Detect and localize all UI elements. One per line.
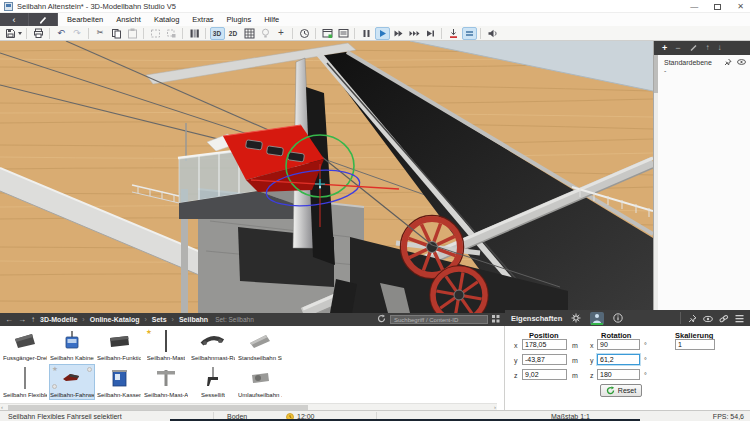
catalog-item-standseilbahn[interactable]: Standseilbahn St... — [237, 327, 283, 363]
catalog-hscrollbar[interactable]: ‹ › — [0, 403, 497, 410]
edit-mode-button[interactable] — [29, 13, 58, 26]
breadcrumb-seilbahn[interactable]: Seilbahn — [179, 316, 208, 323]
layer-move-up-button[interactable]: ↑ — [706, 44, 710, 52]
catalog-nav-bar: ← → ↑ 3D-Modelle › Online-Katalog › Sets… — [0, 313, 505, 326]
catalog-up-button[interactable]: ↑ — [31, 316, 35, 324]
select-area-button[interactable] — [148, 27, 163, 40]
fast-forward-button[interactable] — [391, 27, 406, 40]
thumb-standseilbahn-icon — [245, 330, 275, 352]
thumb-drehkreuz-icon — [10, 330, 40, 352]
grid-button[interactable] — [242, 27, 257, 40]
breadcrumb-3d-modelle[interactable]: 3D-Modelle — [40, 316, 77, 323]
breadcrumb-online-katalog[interactable]: Online-Katalog — [90, 316, 140, 323]
copy-button[interactable] — [109, 27, 124, 40]
layer-remove-button[interactable]: − — [675, 44, 680, 53]
pause-button[interactable] — [359, 27, 374, 40]
menu-katalog[interactable]: Katalog — [154, 15, 179, 24]
catalog-item-seilbahnmast-rollen[interactable]: Seilbahnmast-Rol... — [190, 327, 236, 363]
menu-extras[interactable]: Extras — [192, 15, 213, 24]
align-camera-button[interactable] — [462, 27, 477, 40]
rotation-z-axis: z — [590, 372, 594, 379]
link-icon[interactable] — [719, 309, 729, 327]
undo-button[interactable]: ↶ — [54, 27, 69, 40]
reset-button[interactable]: Reset — [600, 384, 642, 397]
scale-input[interactable] — [675, 339, 715, 350]
layer-item-standardebene[interactable]: Standardebene — [654, 55, 750, 67]
position-y-input[interactable] — [522, 354, 567, 365]
layer-visibility-icon[interactable] — [737, 58, 746, 67]
layers-button[interactable] — [187, 27, 202, 40]
catalog-item-seilbahn-mast-ausleger[interactable]: Seilbahn-Mast-A... — [143, 364, 189, 400]
refresh-icon[interactable] — [377, 314, 386, 325]
maximize-button[interactable] — [714, 4, 721, 10]
search-input[interactable] — [390, 315, 488, 324]
play-button[interactable] — [375, 27, 390, 40]
layer-pin-icon[interactable] — [724, 58, 732, 67]
catalog-item-seilbahn-flexibles-fahrseil[interactable]: Seilbahn Flexible... — [2, 364, 48, 400]
catalog-item-seilbahn-mast[interactable]: ★ Seilbahn-Mast — [143, 327, 189, 363]
panel-menu-icon[interactable] — [735, 309, 744, 327]
scene-3d — [0, 41, 653, 313]
breadcrumb-sets[interactable]: Sets — [152, 316, 167, 323]
catalog-item-seilbahn-funktionsweiche[interactable]: Seilbahn-Funktio... — [96, 327, 142, 363]
position-x-input[interactable] — [522, 339, 567, 350]
printer-icon — [33, 28, 44, 39]
save-button[interactable] — [4, 27, 23, 40]
breadcrumb-separator: › — [144, 316, 146, 323]
pin-panel-icon[interactable] — [688, 309, 697, 327]
view-3d-button[interactable]: 3D — [210, 27, 225, 40]
update-badge-icon — [87, 367, 92, 372]
view-2d-button[interactable]: 2D — [226, 27, 241, 40]
sound-button[interactable] — [485, 27, 500, 40]
paste-button[interactable] — [125, 27, 140, 40]
position-z-input[interactable] — [522, 369, 567, 380]
object-tab[interactable] — [590, 312, 604, 325]
catalog-item-sessellift[interactable]: Sessellift — [190, 364, 236, 400]
pause-icon — [361, 28, 372, 39]
redo-button[interactable]: ↷ — [70, 27, 85, 40]
rotation-y-input[interactable] — [597, 354, 640, 365]
catalog-item-seilbahn-kassenhaus[interactable]: Seilbahn-Kassenh... — [96, 364, 142, 400]
menu-ansicht[interactable]: Ansicht — [116, 15, 141, 24]
close-button[interactable]: ✕ — [737, 2, 744, 11]
status-selection: Seilbahn Flexibles Fahrseil selektiert — [8, 412, 122, 421]
layers-scrollbar[interactable] — [654, 55, 658, 313]
layer-rename-button[interactable] — [689, 43, 698, 54]
tiles-view-icon[interactable] — [492, 315, 500, 325]
set-label: Set: Seilbahn — [215, 316, 254, 323]
timer-button[interactable] — [297, 27, 312, 40]
viewport-3d[interactable] — [0, 41, 653, 313]
rotation-x-input[interactable] — [597, 339, 640, 350]
menu-bearbeiten[interactable]: Bearbeiten — [67, 15, 103, 24]
catalog-item-umlaufseilbahn[interactable]: Umlaufseilbahn ... — [237, 364, 283, 400]
drop-to-ground-button[interactable] — [446, 27, 461, 40]
fastest-forward-button[interactable] — [407, 27, 422, 40]
event-window-button[interactable] — [320, 27, 335, 40]
catalog-item-seilbahn-fahrwerk[interactable]: ★ Seilbahn-Fahrwe... — [49, 364, 95, 400]
print-button[interactable] — [31, 27, 46, 40]
info-tab[interactable] — [611, 312, 625, 325]
menu-hilfe[interactable]: Hilfe — [264, 15, 279, 24]
rotation-z-input[interactable] — [597, 369, 640, 380]
catalog-forward-button[interactable]: → — [18, 316, 26, 324]
back-button[interactable]: ‹ — [0, 13, 29, 26]
app-icon — [4, 2, 13, 11]
layer-move-down-button[interactable]: ↓ — [718, 44, 722, 52]
horizontal-lines-icon — [464, 28, 475, 39]
minimize-button[interactable]: — — [690, 2, 698, 11]
layer-add-button[interactable]: + — [662, 44, 667, 53]
add-object-button[interactable]: + — [274, 27, 289, 40]
catalog-item-seilbahn-kabinen[interactable]: Seilbahn Kabinen — [49, 327, 95, 363]
settings-tab[interactable] — [569, 312, 583, 325]
catalog-back-button[interactable]: ← — [5, 316, 13, 324]
menu-plugins[interactable]: Plugins — [227, 15, 252, 24]
deselect-area-button[interactable] — [164, 27, 179, 40]
light-button[interactable] — [258, 27, 273, 40]
catalog-item-fussgaenger-drehkreuz[interactable]: Fussgänger-Dreh... — [2, 327, 48, 363]
visibility-panel-icon[interactable] — [703, 309, 713, 327]
thumb-sessellift-icon — [198, 366, 228, 390]
menu-bar: ‹ Bearbeiten Ansicht Katalog Extras Plug… — [0, 13, 750, 26]
skip-end-button[interactable] — [423, 27, 438, 40]
event-list-button[interactable] — [336, 27, 351, 40]
cut-button[interactable]: ✂ — [93, 27, 108, 40]
